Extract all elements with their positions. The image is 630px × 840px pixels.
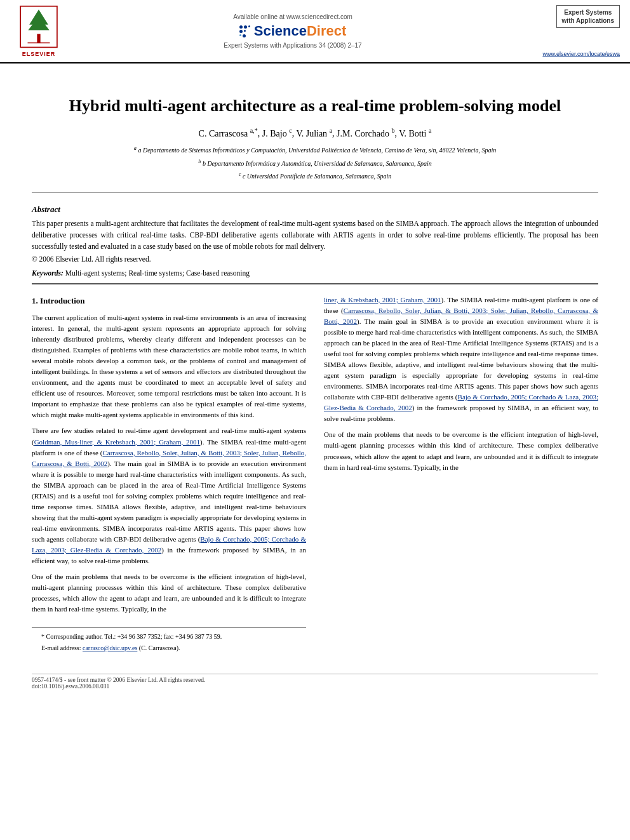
right-para2: One of the main problems that needs to b… <box>324 429 598 472</box>
paper-title: Hybrid multi-agent architecture as a rea… <box>32 95 598 117</box>
affil-sup-a3: a <box>429 127 431 134</box>
available-online-text: Available online at www.sciencedirect.co… <box>233 13 352 20</box>
affil-a-text: a Departamento de Sistemas Informáticos … <box>138 147 496 154</box>
intro-para1: The current application of multi-agent s… <box>32 312 306 420</box>
ref-goldman-right: liner, & Krebsbach, 2001; Graham, 2001 <box>324 296 441 303</box>
divider-thick <box>32 283 598 284</box>
abstract-text: This paper presents a multi-agent archit… <box>32 218 598 252</box>
footnote-email-address: carrasco@dsic.upv.es <box>83 644 137 651</box>
keywords-values: Multi-agent systems; Real-time systems; … <box>65 269 250 277</box>
two-column-body: 1. Introduction The current application … <box>32 295 598 655</box>
svg-rect-1 <box>37 34 40 43</box>
elsevier-text-label: ELSEVIER <box>22 51 56 57</box>
para2-mid2: ). The main goal in SIMBA is to provide … <box>32 460 306 543</box>
author-carrascosa: C. Carrascosa <box>199 128 248 138</box>
direct-colored: Direct <box>307 23 346 39</box>
elsevier-tree-icon <box>17 5 61 50</box>
affil-sup-a-star: a,* <box>250 127 258 134</box>
journal-name-box: Expert Systems with Applications <box>556 5 620 28</box>
doi-line: doi:10.1016/j.eswa.2006.08.031 <box>32 683 598 690</box>
footnote-email: E-mail address: carrasco@dsic.upv.es (C.… <box>32 643 306 653</box>
affil-c-text: c Universidad Pontificia de Salamanca, S… <box>243 173 391 180</box>
section1-title: 1. Introduction <box>32 295 306 307</box>
header-center: Available online at www.sciencedirect.co… <box>67 5 518 57</box>
intro-para2: There are few studies related to real-ti… <box>32 425 306 566</box>
abstract-label: Abstract <box>32 204 598 215</box>
author-bajo: J. Bajo <box>262 128 287 138</box>
keywords-section: Keywords: Multi-agent systems; Real-time… <box>32 269 598 277</box>
sciencedirect-logo: ScienceDirect <box>239 23 347 39</box>
author-corchado: J.M. Corchado <box>337 128 389 138</box>
authors: C. Carrascosa a,*, J. Bajo c, V. Julian … <box>32 127 598 139</box>
issn-line: 0957-4174/$ - see front matter © 2006 El… <box>32 677 598 683</box>
affil-b-text: b Departamento Informática y Automática,… <box>203 160 432 167</box>
divider-after-affiliations <box>32 192 598 193</box>
affiliation-c: c c Universidad Pontificia de Salamanca,… <box>32 171 598 181</box>
sciencedirect-title: ScienceDirect <box>254 23 347 39</box>
footnote-area: * Corresponding author. Tel.: +34 96 387… <box>32 627 306 653</box>
copyright-text: © 2006 Elsevier Ltd. All rights reserved… <box>32 255 598 263</box>
page: ELSEVIER Available online at www.science… <box>0 0 630 840</box>
content-area: Hybrid multi-agent architecture as a rea… <box>0 63 630 702</box>
header: ELSEVIER Available online at www.science… <box>0 0 630 63</box>
sd-logo-dots <box>239 25 250 37</box>
right-column: liner, & Krebsbach, 2001; Graham, 2001).… <box>324 295 598 655</box>
left-column: 1. Introduction The current application … <box>32 295 306 655</box>
affil-sup-b: b <box>391 127 394 134</box>
header-right: Expert Systems with Applications www.els… <box>518 5 620 57</box>
journal-url: www.elsevier.com/locate/eswa <box>542 51 620 57</box>
author-botti: V. Botti <box>399 128 426 138</box>
abstract-section: Abstract This paper presents a multi-age… <box>32 204 598 262</box>
affiliation-b: b b Departamento Informática y Automátic… <box>32 158 598 168</box>
author-julian: V. Julian <box>296 128 327 138</box>
email-label: E-mail address: <box>41 644 81 651</box>
ref-goldman: Goldman, Mus-liner, & Krebsbach, 2001; G… <box>34 438 200 446</box>
ref-carrascosa-right: Carrascosa, Rebollo, Soler, Julian, & Bo… <box>324 307 598 325</box>
footnote-corresponding: * Corresponding author. Tel.: +34 96 387… <box>32 632 306 641</box>
affiliation-a: a a Departamento de Sistemas Informático… <box>32 145 598 155</box>
right-para-continuation: liner, & Krebsbach, 2001; Graham, 2001).… <box>324 295 598 425</box>
affil-sup-c: c <box>289 127 292 134</box>
affil-sup-a2: a <box>330 127 332 134</box>
keywords-label: Keywords: <box>32 269 64 277</box>
bottom-bar: 0957-4174/$ - see front matter © 2006 El… <box>32 674 598 690</box>
journal-line: Expert Systems with Applications 34 (200… <box>224 42 361 49</box>
intro-para3: One of the main problems that needs to b… <box>32 571 306 615</box>
footnote-email-cont: (C. Carrascosa). <box>139 644 180 651</box>
elsevier-logo: ELSEVIER <box>10 5 67 57</box>
ref-bajo-right: Bajo & Corchado, 2005; Corchado & Laza, … <box>324 393 598 411</box>
